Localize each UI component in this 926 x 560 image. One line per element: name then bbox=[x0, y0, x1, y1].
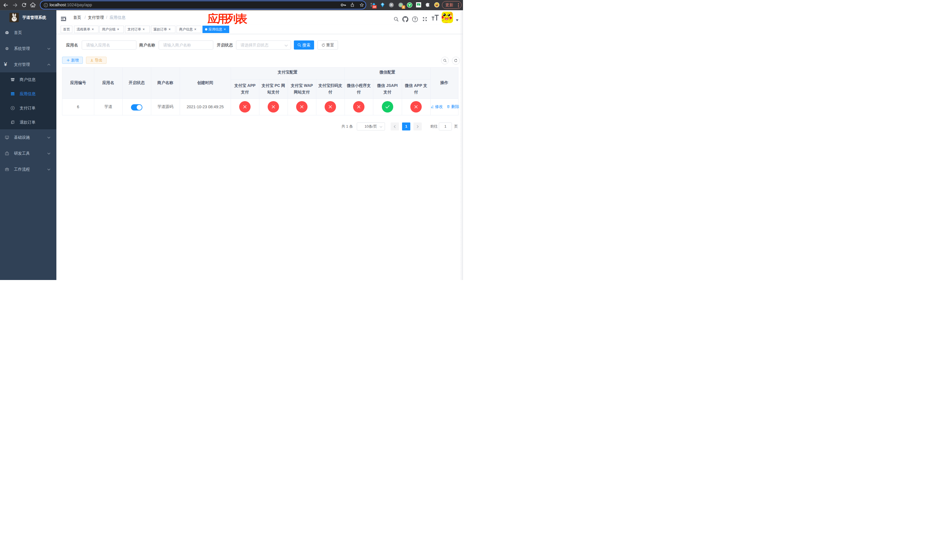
svg-text:¥: ¥ bbox=[12, 107, 14, 109]
